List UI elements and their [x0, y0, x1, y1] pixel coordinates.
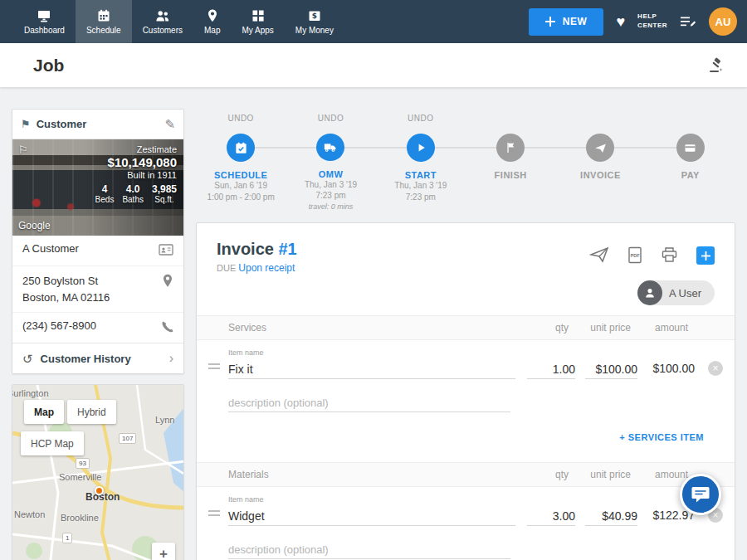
- start-step-label: START: [405, 170, 437, 180]
- material-qty-input[interactable]: [527, 506, 575, 526]
- referral-heart-icon[interactable]: ♥: [616, 14, 625, 29]
- property-photo[interactable]: ⚐ Zestimate $10,149,080 Built in 1911 4 …: [12, 139, 183, 236]
- material-name-field: Item name: [228, 495, 515, 526]
- map-label-lynn: Lynn: [155, 415, 174, 425]
- service-description-row: [197, 379, 735, 412]
- start-undo-button[interactable]: UNDO: [408, 114, 433, 125]
- finish-step-icon[interactable]: [496, 134, 525, 162]
- step-invoice: INVOICE: [555, 114, 645, 212]
- baths-label: Baths: [122, 195, 144, 204]
- phone-icon[interactable]: [160, 320, 173, 336]
- send-invoice-button[interactable]: [589, 246, 609, 263]
- nav-customers[interactable]: Customers: [132, 0, 193, 43]
- drag-handle-icon[interactable]: [208, 363, 228, 369]
- item-name-label: Item name: [228, 348, 515, 357]
- service-name-input[interactable]: [228, 359, 515, 379]
- nav-my-money[interactable]: $ My Money: [285, 0, 344, 43]
- service-description-input[interactable]: [228, 392, 510, 412]
- assignee-pill[interactable]: A User: [637, 280, 715, 305]
- built-year: Built in 1911: [95, 170, 177, 180]
- nav-dashboard[interactable]: Dashboard: [13, 0, 76, 43]
- map-type-hybrid-button[interactable]: Hybrid: [67, 400, 116, 424]
- photo-flag-icon: ⚐: [18, 144, 28, 156]
- add-service-item-link[interactable]: + SERVICES ITEM: [619, 432, 704, 442]
- customer-history-button[interactable]: ↺ Customer History ›: [12, 343, 183, 373]
- schedule-step-icon[interactable]: [227, 134, 255, 162]
- apps-grid-icon: [251, 8, 266, 23]
- user-avatar[interactable]: AU: [709, 7, 737, 36]
- nav-schedule[interactable]: Schedule: [76, 0, 132, 43]
- materials-section-header: Materials qty unit price amount: [197, 462, 735, 487]
- service-qty-input[interactable]: [527, 359, 575, 379]
- nav-map[interactable]: Map: [193, 0, 231, 43]
- service-unit-price-input[interactable]: [585, 359, 637, 379]
- job-tools-icon[interactable]: [707, 57, 724, 74]
- material-unit-price-input[interactable]: [585, 506, 637, 526]
- remove-service-item-button[interactable]: ×: [708, 361, 723, 376]
- due-terms-link[interactable]: Upon receipt: [238, 262, 295, 274]
- svg-text:$: $: [312, 12, 317, 20]
- dashboard-icon: [37, 8, 51, 23]
- customer-flag-icon: ⚑: [21, 119, 31, 129]
- pdf-button[interactable]: PDF: [627, 246, 642, 264]
- services-section-header: Services qty unit price amount: [197, 315, 735, 340]
- invoice-step-label: INVOICE: [580, 170, 621, 180]
- print-button[interactable]: [661, 246, 678, 263]
- omw-time: 7:23 pm: [315, 190, 345, 202]
- zestimate-overlay: Zestimate $10,149,080 Built in 1911 4 Be…: [95, 144, 177, 204]
- location-pin-icon[interactable]: [162, 274, 173, 290]
- address-line2: Boston, MA 02116: [22, 290, 110, 306]
- primary-nav: Dashboard Schedule Customers Map My Apps…: [13, 0, 344, 43]
- property-stats: 4 Beds 4.0 Baths 3,985 Sq.ft.: [95, 183, 177, 204]
- material-name-input[interactable]: [228, 506, 515, 526]
- plus-icon: [545, 17, 555, 27]
- route-shield-93: 93: [76, 458, 90, 469]
- due-label: DUE: [217, 263, 236, 273]
- zoom-in-button[interactable]: +: [152, 543, 175, 560]
- calendar-icon: [96, 8, 111, 23]
- services-title: Services: [228, 322, 509, 334]
- start-step-icon[interactable]: [407, 134, 435, 162]
- add-invoice-button[interactable]: [696, 246, 715, 265]
- services-unit-price-header: unit price: [579, 322, 631, 334]
- people-icon: [155, 8, 170, 23]
- chat-fab-button[interactable]: [680, 474, 721, 515]
- invoice-number[interactable]: #1: [278, 240, 296, 258]
- material-description-input[interactable]: [228, 539, 510, 559]
- nav-map-label: Map: [204, 26, 220, 35]
- help-center-link[interactable]: HELP CENTER: [637, 12, 667, 31]
- nav-my-apps[interactable]: My Apps: [231, 0, 284, 43]
- step-pay: PAY: [646, 114, 735, 212]
- map-type-map-button[interactable]: Map: [24, 400, 64, 424]
- nav-customers-label: Customers: [143, 26, 183, 35]
- customer-phone: (234) 567-8900: [22, 319, 96, 332]
- drag-handle-icon[interactable]: [208, 510, 228, 516]
- omw-travel: travel: 0 mins: [309, 202, 354, 212]
- material-item-row: Item name $122.97 ×: [197, 487, 735, 526]
- omw-undo-button[interactable]: UNDO: [318, 114, 344, 125]
- job-location-marker[interactable]: [95, 486, 104, 495]
- schedule-date: Sun, Jan 6 '19: [214, 180, 267, 192]
- map-label-burlington: Burlington: [12, 388, 49, 398]
- invoice-toolbar: PDF: [589, 240, 715, 274]
- assignee-name: A User: [669, 287, 701, 299]
- tasks-list-icon[interactable]: [680, 14, 696, 29]
- invoice-step-icon[interactable]: [586, 134, 614, 162]
- new-button[interactable]: NEW: [529, 8, 604, 36]
- schedule-undo-button[interactable]: UNDO: [227, 114, 253, 125]
- nav-my-apps-label: My Apps: [242, 26, 273, 35]
- new-button-label: NEW: [563, 16, 588, 27]
- services-amount-header: amount: [641, 322, 688, 334]
- hcp-map-button[interactable]: HCP Map: [21, 431, 84, 455]
- edit-pencil-icon[interactable]: ✎: [164, 118, 175, 130]
- pay-step-icon[interactable]: [676, 134, 705, 162]
- omw-step-icon[interactable]: [316, 134, 344, 161]
- step-schedule: UNDO SCHEDULE Sun, Jan 6 '19 1:00 pm - 2…: [196, 114, 286, 212]
- step-finish: FINISH: [466, 114, 555, 212]
- customer-name: A Customer: [22, 242, 79, 255]
- map-widget[interactable]: Burlington Lynn Somerville Boston Brookl…: [12, 384, 184, 560]
- map-label-somerville: Somerville: [59, 472, 101, 482]
- contact-card-icon[interactable]: [159, 243, 173, 259]
- zestimate-value: $10,149,080: [95, 155, 177, 169]
- map-pin-icon: [205, 8, 220, 23]
